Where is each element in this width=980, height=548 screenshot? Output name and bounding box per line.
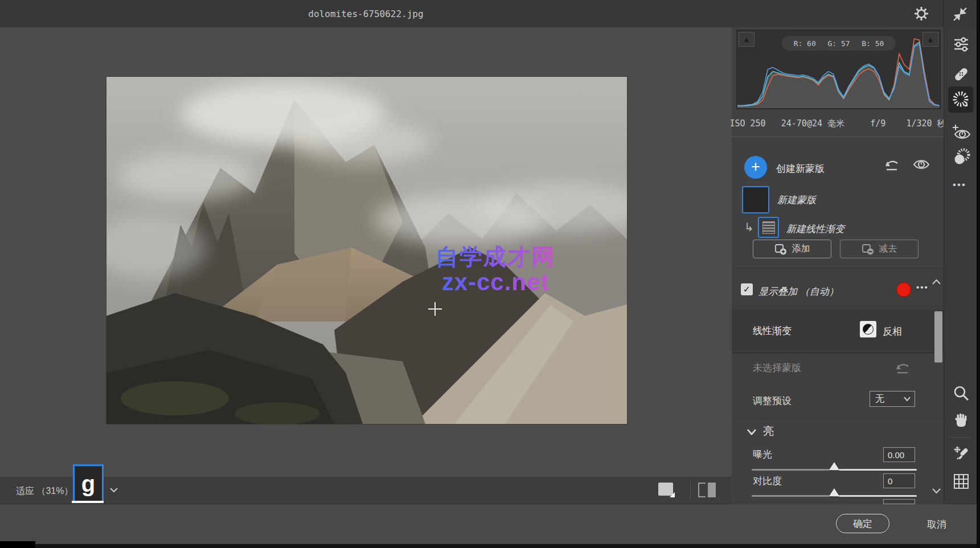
settings-gear-icon[interactable] (913, 6, 929, 22)
invert-label: 反相 (883, 325, 902, 338)
scrollbar-thumb[interactable] (934, 311, 942, 362)
mask-thumbnail[interactable] (742, 186, 769, 213)
sampler-eyedropper-icon[interactable] (953, 444, 970, 462)
watermark-line1: 自学成才网 (424, 245, 567, 269)
exposure-slider[interactable] (752, 469, 917, 471)
add-label: 添加 (792, 243, 810, 255)
window-bottom-corner (0, 541, 35, 548)
subtract-from-mask-button[interactable]: 减去 (840, 240, 919, 258)
linear-gradient-thumbnail[interactable] (758, 217, 779, 238)
mask-type-label: 线性渐变 (753, 324, 792, 337)
thumbnail-letter: g (81, 472, 95, 495)
masking-panel: + 创建新蒙版 新建蒙版 ↳ 新建线性渐变 (732, 137, 944, 504)
document-title: dolomites-6750622.jpg (0, 9, 732, 19)
titlebar-divider (943, 0, 944, 27)
histogram[interactable]: ▲ ▲ R: 60 G: 57 B: 50 (736, 30, 941, 109)
exposure-value-field[interactable]: 0.00 (883, 447, 915, 462)
preset-select[interactable]: 无 (870, 391, 915, 407)
invert-mask-icon[interactable] (860, 321, 876, 337)
undo-icon[interactable] (884, 158, 901, 172)
overlay-more-icon[interactable]: ••• (916, 282, 929, 292)
zoom-tool-icon[interactable] (953, 385, 970, 402)
create-mask-label: 创建新蒙版 (776, 162, 825, 175)
new-linear-gradient-label: 新建线性渐变 (786, 223, 844, 236)
histogram-curves (737, 32, 940, 108)
create-mask-button[interactable]: + (744, 156, 767, 179)
exif-info: ISO 250 24-70@24 毫米 f/9 1/320 秒 (732, 110, 944, 137)
red-eye-icon[interactable] (953, 123, 970, 140)
healing-brush-icon[interactable] (953, 65, 970, 83)
mask-visibility-eye-icon[interactable] (912, 157, 930, 172)
subtract-label: 减去 (879, 243, 897, 255)
scroll-down-chevron-icon[interactable] (932, 488, 941, 494)
filmstrip-thumbnail[interactable]: g (73, 464, 104, 503)
more-options-icon[interactable]: ••• (953, 178, 970, 195)
contrast-value-field[interactable]: 0 (883, 473, 915, 488)
contrast-label: 对比度 (753, 475, 782, 488)
thumbnail-underline (72, 501, 104, 503)
presets-icon[interactable] (953, 148, 970, 165)
overlay-row: ✓ 显示叠加 （自动） ••• (732, 268, 944, 309)
watermark-line2: zx-cc.net (424, 269, 567, 295)
collapse-panels-icon[interactable] (952, 6, 968, 22)
adjustments-panel: ▲ ▲ R: 60 G: 57 B: 50 ISO 250 24-70@24 毫… (732, 27, 944, 504)
grid-overlay-icon[interactable] (953, 473, 970, 490)
title-bar: dolomites-6750622.jpg (0, 0, 980, 28)
strip-divider (690, 481, 691, 500)
chevron-down-icon[interactable] (109, 487, 118, 493)
exposure-label: 曝光 (753, 448, 772, 461)
no-mask-selected-label: 未选择蒙版 (753, 361, 801, 374)
preset-value: 无 (875, 393, 903, 405)
overlay-color-swatch[interactable] (896, 282, 911, 297)
show-overlay-checkbox[interactable]: ✓ (741, 283, 753, 295)
adjust-preset-label: 调整预设 (753, 394, 792, 407)
bottom-toolbar: 适应 （31%） g (0, 477, 732, 504)
dialog-footer: 确定 取消 (0, 504, 980, 545)
reset-icon-disabled[interactable] (895, 361, 912, 376)
cancel-button[interactable]: 取消 (914, 518, 960, 531)
single-view-icon[interactable] (658, 483, 675, 498)
window-bottom-edge (0, 544, 980, 548)
ok-button[interactable]: 确定 (836, 514, 889, 533)
before-after-view-icon[interactable] (698, 483, 717, 497)
exposure-slider-thumb[interactable] (829, 462, 839, 470)
cursor-crosshair (428, 308, 442, 310)
window-right-edge (977, 0, 980, 548)
masking-tool-selected[interactable] (948, 86, 973, 113)
selected-mask-row[interactable]: 线性渐变 反相 (732, 309, 944, 353)
next-value-field-partial (883, 499, 915, 504)
image-canvas-area: 自学成才网 zx-cc.net (0, 27, 732, 477)
camera-raw-dialog: dolomites-6750622.jpg (0, 0, 980, 548)
section-collapse-chevron-icon[interactable] (747, 428, 757, 435)
add-to-mask-button[interactable]: 添加 (753, 240, 831, 258)
light-section-label: 亮 (763, 424, 774, 439)
new-mask-label: 新建蒙版 (777, 193, 816, 207)
watermark: 自学成才网 zx-cc.net (424, 245, 567, 295)
tool-column: ••• (944, 27, 977, 504)
contrast-slider-thumb[interactable] (829, 488, 839, 496)
scroll-up-chevron-icon[interactable] (932, 279, 941, 285)
show-overlay-label: 显示叠加 （自动） (758, 285, 839, 298)
masking-icon (952, 90, 970, 109)
contrast-slider[interactable] (752, 495, 917, 497)
zoom-level-dropdown[interactable]: 适应 （31%） (16, 485, 73, 497)
edit-sliders-icon[interactable] (953, 36, 970, 53)
hand-tool-icon[interactable] (953, 412, 970, 429)
sub-item-arrow-icon: ↳ (744, 220, 754, 234)
